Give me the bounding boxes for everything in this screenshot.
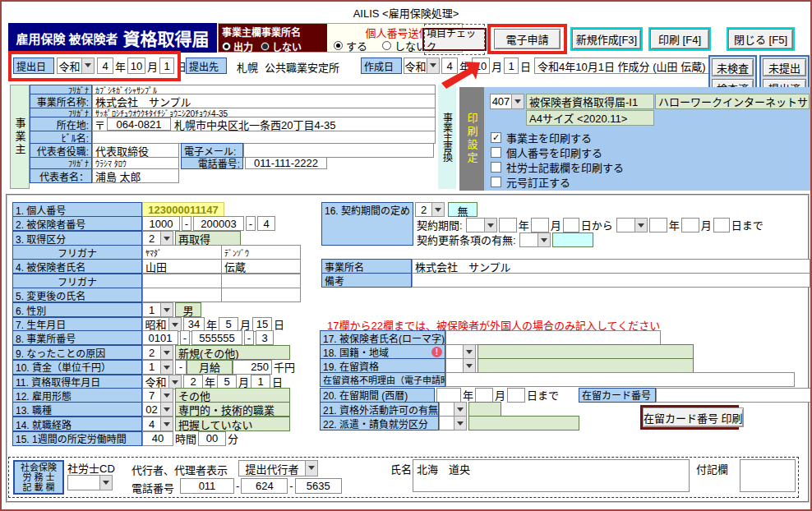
print-mynumber-checkbox[interactable] <box>491 147 501 158</box>
week-minutes-field[interactable]: 00 <box>198 431 226 446</box>
newname2-field[interactable] <box>221 288 301 302</box>
emp-form-select[interactable]: 7 <box>142 388 173 403</box>
postal-code-field[interactable]: 064-0821 <box>107 117 171 131</box>
insured-no-c[interactable]: 4 <box>257 216 275 231</box>
nationality-select[interactable] <box>445 344 476 359</box>
week-hours-field[interactable]: 40 <box>142 431 173 446</box>
job-type-select[interactable]: 02 <box>142 402 173 417</box>
rep-role-field[interactable]: 代表取締役 <box>92 143 179 158</box>
form-code-select[interactable]: 407 <box>490 94 524 109</box>
insured-kana1-field[interactable]: ﾔﾏﾀﾞ <box>142 245 222 260</box>
footer-name-field[interactable]: 北海 道央 <box>413 459 690 492</box>
close-button[interactable]: 閉じる [F5] <box>728 29 793 49</box>
contract-to-era-select[interactable] <box>616 218 648 232</box>
print-button[interactable]: 印刷 [F4] <box>650 29 709 49</box>
insured-no-a[interactable]: 1000 <box>142 216 180 231</box>
submit-year-field[interactable]: 4 <box>97 58 113 74</box>
tel-field[interactable]: 011-111-2222 <box>245 157 327 169</box>
output-radio[interactable] <box>222 42 231 51</box>
residence-until-year[interactable] <box>436 388 461 403</box>
rep-name-field[interactable]: 浦島 太郎 <box>92 168 179 183</box>
contract-from-era-select[interactable] <box>466 218 497 232</box>
insured-name2-field[interactable]: 伝蔵 <box>221 259 301 274</box>
building-field[interactable] <box>92 131 436 144</box>
employer-name-field[interactable]: 株式会社 サンプル <box>92 94 436 108</box>
submit-era-select[interactable]: 令和 <box>57 58 95 74</box>
agent-label: 代行者、代理者表示 <box>131 462 228 477</box>
item-check-button[interactable]: 項目チェック <box>422 28 487 51</box>
acq-type-select[interactable]: 2 <box>142 231 173 246</box>
contract-to-month[interactable] <box>681 218 699 232</box>
print-employer-checkbox[interactable]: ✓ <box>491 132 501 143</box>
dropdown-arrow-icon <box>160 388 173 403</box>
residence-until-day[interactable] <box>507 388 525 403</box>
new-button[interactable]: 新規作成[F3] <box>572 29 641 49</box>
footer-tel-c[interactable]: 5635 <box>295 478 342 494</box>
birth-day-field[interactable]: 15 <box>252 317 272 332</box>
residence-unknown-reason-field[interactable] <box>445 372 795 387</box>
reason-select[interactable]: 2 <box>142 345 173 360</box>
created-era-select[interactable]: 令和 <box>404 58 440 74</box>
insured-no-b[interactable]: 200003 <box>193 216 244 231</box>
insured-name1-field[interactable]: 山田 <box>142 259 222 274</box>
print-era-fix-checkbox[interactable] <box>491 177 501 187</box>
birth-year-field[interactable]: 34 <box>183 317 205 332</box>
residence-card-field[interactable] <box>656 388 812 403</box>
acq-era-select[interactable]: 令和 <box>142 375 182 389</box>
job-route-select[interactable]: 4 <box>142 417 173 431</box>
office-no-a[interactable]: 0101 <box>142 330 178 345</box>
dispatch-select[interactable] <box>439 416 467 430</box>
office-no-b[interactable]: 555555 <box>191 330 242 345</box>
newname-kana2-field[interactable] <box>221 274 301 288</box>
roman-name-field[interactable] <box>445 330 661 345</box>
birth-month-field[interactable]: 5 <box>219 317 238 332</box>
residence-until-month[interactable] <box>475 388 493 403</box>
contract-from-year[interactable] <box>499 218 517 232</box>
residence-status-select[interactable] <box>445 358 476 373</box>
biko-field[interactable] <box>412 273 810 288</box>
insured-kana2-field[interactable]: ﾃﾞﾝｿﾞｳ <box>221 245 301 260</box>
mynumber-field[interactable]: 123000011147 <box>142 202 224 217</box>
status-unchecked-button[interactable]: 未検査 <box>712 58 754 76</box>
residence-card-print-label: 在留カード番号 印刷 <box>643 407 744 427</box>
contract-from-month[interactable] <box>531 218 549 232</box>
newname1-field[interactable] <box>142 288 222 302</box>
sex-select[interactable]: 1 <box>142 302 173 317</box>
submit-day-field[interactable]: 1 <box>159 58 174 74</box>
email-field[interactable] <box>243 143 434 158</box>
submit-month-field[interactable]: 10 <box>127 58 145 74</box>
acq-day-field[interactable]: 1 <box>251 375 270 389</box>
print-sharoushi-checkbox[interactable] <box>491 162 501 173</box>
newname-kana1-field[interactable] <box>142 274 222 288</box>
residence-card-print-button[interactable]: 在留カード番号 印刷 <box>640 405 739 430</box>
e-apply-button[interactable]: 電子申請 <box>494 29 561 49</box>
contract-term-select[interactable]: 2 <box>415 202 445 217</box>
agent-select[interactable]: 提出代行者 <box>238 460 318 476</box>
dash-box: - <box>182 216 191 231</box>
activity-permit-select[interactable] <box>439 402 467 417</box>
sharoushi-cd-select[interactable] <box>67 475 113 490</box>
rep-kana-field[interactable]: ｳﾗｼﾏ ﾀﾛｳ <box>92 157 179 169</box>
birth-era-select[interactable]: 昭和 <box>142 317 182 332</box>
f8-label: 8. 事業所番号 <box>12 330 142 345</box>
footer-tel-a[interactable]: 011 <box>180 478 234 494</box>
office-name-field[interactable]: 株式会社 サンプル <box>412 259 810 274</box>
contract-to-year[interactable] <box>649 218 667 232</box>
acq-year-field[interactable]: 2 <box>183 375 203 389</box>
dropdown-arrow-icon <box>511 94 524 109</box>
contract-to-day[interactable] <box>713 218 730 232</box>
footer-tel-b[interactable]: 624 <box>241 478 288 494</box>
mynumber-no-radio[interactable] <box>382 41 391 50</box>
contract-from-day[interactable] <box>563 218 579 232</box>
renewal-clause-select[interactable] <box>519 232 551 247</box>
acq-month-field[interactable]: 5 <box>217 375 237 389</box>
status-unsubmitted-button[interactable]: 未提出 <box>763 58 806 76</box>
mynumber-yes-radio[interactable] <box>334 41 343 50</box>
office-no-c[interactable]: 3 <box>256 330 274 345</box>
output-no-radio[interactable] <box>261 42 270 51</box>
fuki-field[interactable] <box>740 459 796 492</box>
wage-amount-field[interactable]: 250 <box>233 360 272 375</box>
created-note-field[interactable]: 令和4年10月1日 作成分 (山田 伝蔵) <box>534 58 734 74</box>
created-day-field[interactable]: 1 <box>504 58 519 74</box>
wage-select[interactable]: 1 <box>142 360 173 375</box>
